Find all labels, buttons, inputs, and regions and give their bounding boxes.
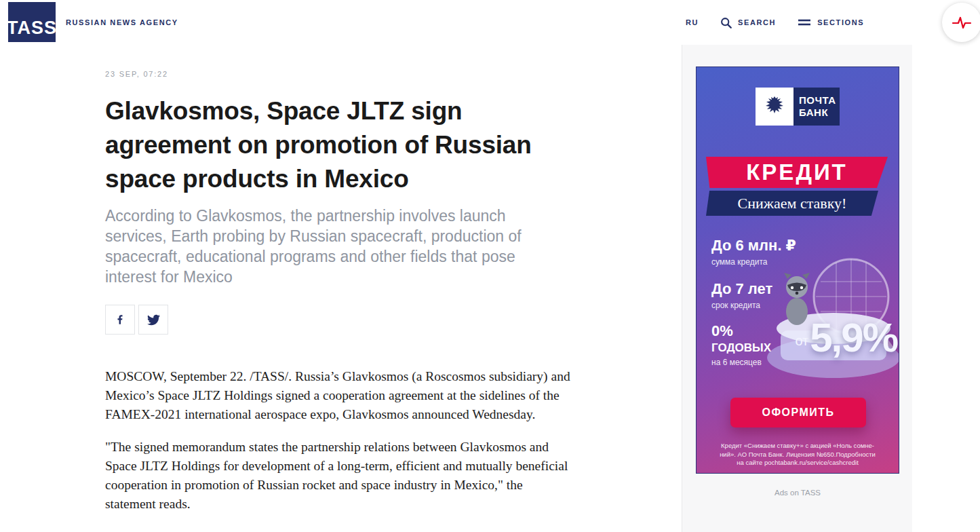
twitter-icon — [147, 314, 160, 326]
pochta-bank-logo: ПОЧТА БАНК — [756, 88, 840, 126]
facebook-icon — [114, 314, 126, 326]
page: TASS RUSSIAN NEWS AGENCY RU SEARCH SECTI… — [0, 0, 980, 532]
search-button[interactable]: SEARCH — [720, 17, 776, 28]
eagle-emblem-icon — [761, 93, 788, 120]
article-paragraph: "The signed memorandum states the partne… — [105, 438, 573, 514]
twitter-share-button[interactable] — [138, 305, 168, 335]
agency-tagline: RUSSIAN NEWS AGENCY — [66, 18, 178, 26]
ad-feature-term: До 7 лет срок кредита — [711, 280, 772, 310]
right-gutter — [912, 45, 980, 532]
facebook-share-button[interactable] — [105, 305, 135, 335]
language-switcher[interactable]: RU — [686, 18, 699, 26]
live-news-button[interactable] — [942, 3, 980, 42]
share-buttons — [105, 305, 682, 335]
bank-name: ПОЧТА БАНК — [793, 88, 840, 126]
sidebar: ПОЧТА БАНК КРЕДИТ Снижаем ставку! До 6 м… — [682, 45, 912, 532]
feature-value: 0% — [711, 322, 771, 340]
sections-icon — [798, 18, 811, 27]
tass-logo[interactable]: TASS — [8, 2, 56, 42]
pochta-bank-ad[interactable]: ПОЧТА БАНК КРЕДИТ Снижаем ставку! До 6 м… — [696, 66, 899, 474]
sections-button[interactable]: SECTIONS — [798, 18, 864, 27]
site-header: TASS RUSSIAN NEWS AGENCY RU SEARCH SECTI… — [0, 0, 980, 45]
article-timestamp: 23 SEP, 07:22 — [105, 70, 682, 78]
search-label: SEARCH — [738, 18, 776, 26]
pulse-icon — [952, 14, 972, 31]
ad-headline-ribbon: КРЕДИТ — [706, 157, 888, 188]
ads-on-tass-label: Ads on TASS — [696, 489, 899, 497]
main-row: 23 SEP, 07:22 Glavkosmos, Space JLTZ sig… — [0, 45, 980, 532]
ad-feature-sum: До 6 млн. ₽ сумма кредита — [711, 237, 796, 267]
rate-prefix: от — [795, 333, 808, 361]
eagle-emblem — [756, 88, 793, 126]
sections-label: SECTIONS — [817, 18, 864, 26]
feature-value: До 7 лет — [711, 280, 772, 298]
feature-label: на 6 месяцев — [711, 358, 771, 367]
ad-subheadline-ribbon: Снижаем ставку! — [706, 191, 878, 216]
search-icon — [720, 17, 732, 28]
feature-label: сумма кредита — [711, 257, 796, 267]
feature-value2: ГОДОВЫХ — [711, 341, 771, 355]
disclaimer-line: Кредит «Снижаем ставку+» с акцией «Ноль … — [702, 442, 893, 451]
feature-label: срок кредита — [711, 301, 772, 310]
disclaimer-line: ний». АО Почта Банк. Лицензия №650.Подро… — [702, 451, 893, 459]
ad-disclaimer: Кредит «Снижаем ставку+» с акцией «Ноль … — [702, 442, 893, 468]
article-paragraph: MOSCOW, September 22. /TASS/. Russia’s G… — [105, 367, 573, 424]
header-nav: RU SEARCH SECTIONS — [686, 0, 864, 45]
ad-cta-button[interactable]: ОФОРМИТЬ — [730, 398, 866, 428]
feature-value: До 6 млн. ₽ — [711, 237, 796, 254]
ad-rate: от 5,9% — [795, 314, 897, 361]
article-title: Glavkosmos, Space JLTZ sign agreement on… — [105, 94, 566, 196]
disclaimer-line: на сайте pochtabank.ru/service/cashcredi… — [702, 459, 893, 468]
article-subtitle: According to Glavkosmos, the partnership… — [105, 206, 532, 287]
article-body: MOSCOW, September 22. /TASS/. Russia’s G… — [105, 367, 573, 514]
bank-name-line1: ПОЧТА — [799, 94, 840, 107]
ad-feature-rate: 0% ГОДОВЫХ на 6 месяцев — [711, 322, 771, 367]
bank-name-line2: БАНК — [799, 107, 840, 119]
rate-value: 5,9% — [810, 314, 897, 361]
article: 23 SEP, 07:22 Glavkosmos, Space JLTZ sig… — [0, 45, 682, 532]
